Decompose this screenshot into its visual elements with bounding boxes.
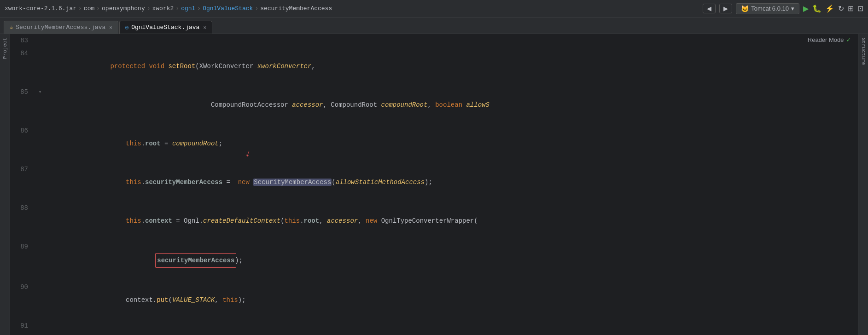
gutter [35,240,45,281]
line-number: 84 [10,47,35,86]
line-number: 83 [10,34,35,47]
line-number: 88 [10,202,35,240]
keyword-void: void [149,63,164,70]
keyword-this-root: this [126,140,141,147]
line-content: this.root = compoundRoot; [45,124,858,163]
field-context: context [145,217,172,225]
breadcrumb-ognl[interactable]: ognl [181,5,195,12]
line-number: 85 [10,86,35,124]
breadcrumb-com[interactable]: com [84,5,94,12]
more-button[interactable]: ⊞ [848,4,854,13]
breadcrumb-jar[interactable]: xwork-core-2.1.6.jar [5,5,76,12]
right-sidebar: Structure [858,34,868,335]
type-compoundroot: CompoundRoot [331,101,377,109]
line-content: Ognl.setClassResolver(context, accessor)… [45,319,858,335]
param-accessor: accessor [292,101,323,109]
class-securitymemberaccess: SecurityMemberAccess [253,179,332,186]
gutter [35,202,45,240]
structure-panel-label[interactable]: Structure [861,38,866,65]
table-row: 84 protected void setRoot(XWorkConverter… [10,47,858,86]
ref-compoundroot: compoundRoot [172,140,219,147]
tomcat-icon: 🐱 [741,5,749,12]
param-allows: allowS [466,101,489,109]
line-content: protected void setRoot(XWorkConverter xw… [45,47,858,86]
tab-bar: ☕ SecurityMemberAccess.java ✕ ◎ OgnlValu… [0,17,868,34]
ref-securitymemberaccess: securityMemberAccess [157,257,234,264]
line-number: 87 [10,163,35,202]
method-createdefaultcontext: createDefaultContext [203,217,280,225]
breadcrumb-method[interactable]: securityMemberAccess [260,5,332,12]
type-ognitypeconverterwrapper: OgnlTypeConverterWrapper [381,217,474,225]
layout-button[interactable]: ⊡ [857,4,863,13]
table-row: 87 this.securityMemberAccess = new Secur… [10,163,858,202]
line-number: 89 [10,240,35,281]
reader-mode-button[interactable]: Reader Mode [808,36,844,43]
tab-close-security[interactable]: ✕ [109,24,112,30]
line-content: this.context = Ognl.createDefaultContext… [45,202,858,240]
field-root2: root [304,217,320,225]
method-put: put [157,296,168,304]
highlighted-security-member-access: securityMemberAccess [155,253,236,268]
table-row: 90 context.put(VALUE_STACK, this); [10,281,858,319]
keyword-this-sma: this [126,179,141,186]
ref-context: context [126,296,153,304]
keyword-protected: protected [95,63,145,70]
java-icon: ☕ [10,24,13,31]
tomcat-selector[interactable]: 🐱 Tomcat 6.0.10 ▾ [736,3,799,14]
profile-button[interactable]: ↻ [838,4,844,13]
gutter [35,47,45,86]
reader-mode-bar: Reader Mode ✓ [808,36,851,44]
line-number: 90 [10,281,35,319]
tab-security-member-access[interactable]: ☕ SecurityMemberAccess.java ✕ [4,21,118,34]
tab-close-ognl[interactable]: ✕ [203,24,206,30]
keyword-this3: this [222,296,238,304]
gutter [35,34,45,47]
line-content: CompoundRootAccessor accessor, CompoundR… [45,86,858,124]
code-table: 83 84 protected void setRoot(XWorkConver… [10,34,858,335]
tomcat-label: Tomcat 6.0.10 [751,5,789,12]
project-panel-label[interactable]: Project [2,38,8,59]
breadcrumb-xwork2[interactable]: xwork2 [152,5,174,12]
breadcrumb-opensymphony[interactable]: opensymphony [102,5,145,12]
tab-ognl-value-stack[interactable]: ◎ OgnlValueStack.java ✕ [119,21,212,34]
tab-label-ognl: OgnlValueStack.java [131,24,199,31]
tab-label-security: SecurityMemberAccess.java [16,24,105,31]
ognl-icon: ◎ [125,24,128,31]
keyword-boolean: boolean [435,101,462,109]
table-row: 89 securityMemberAccess); [10,240,858,281]
method-setroot: setRoot [168,63,195,70]
fold-icon[interactable]: ▾ [39,89,42,95]
breadcrumb-ognlvaluestack[interactable]: OgnlValueStack [203,5,253,12]
run-button[interactable]: ▶ [803,4,809,13]
toolbar-right: ◀ ▶ 🐱 Tomcat 6.0.10 ▾ ▶ 🐛 ⚡ ↻ ⊞ ⊡ [703,3,863,14]
const-value-stack: VALUE_STACK [172,296,215,304]
param-xworkconverter: xworkConverter [257,63,312,70]
top-bar: xwork-core-2.1.6.jar › com › opensymphon… [0,0,868,17]
gutter [35,124,45,163]
forward-button[interactable]: ▶ [719,4,732,13]
tomcat-dropdown-icon: ▾ [791,5,794,12]
code-editor[interactable]: Reader Mode ✓ 83 84 [10,34,858,335]
back-button[interactable]: ◀ [703,4,716,13]
table-row: 85 ▾ CompoundRootAccessor accessor, Comp… [10,86,858,124]
reader-mode-check: ✓ [847,36,851,44]
left-sidebar: Project [0,34,10,335]
ref-accessor2: accessor [327,217,358,225]
line-content: this.securityMemberAccess = new Security… [45,163,858,202]
keyword-new: new [238,179,250,186]
coverage-button[interactable]: ⚡ [825,4,834,13]
gutter [35,163,45,202]
field-securitymemberaccess: securityMemberAccess [145,179,222,186]
line-content: securityMemberAccess); [45,240,858,281]
field-root: root [145,140,161,147]
keyword-this-context: this [126,217,141,225]
main-layout: Project Reader Mode ✓ 83 [0,34,868,335]
line-number: 91 [10,319,35,335]
gutter [35,281,45,319]
table-row: 88 this.context = Ognl.createDefaultCont… [10,202,858,240]
type-xworkconverter: XWorkConverter [199,63,254,70]
gutter: ▾ [35,86,45,124]
param-allowstaticmethodaccess: allowStaticMethodAccess [336,179,425,186]
debug-button[interactable]: 🐛 [812,4,821,13]
line-content [45,34,858,47]
